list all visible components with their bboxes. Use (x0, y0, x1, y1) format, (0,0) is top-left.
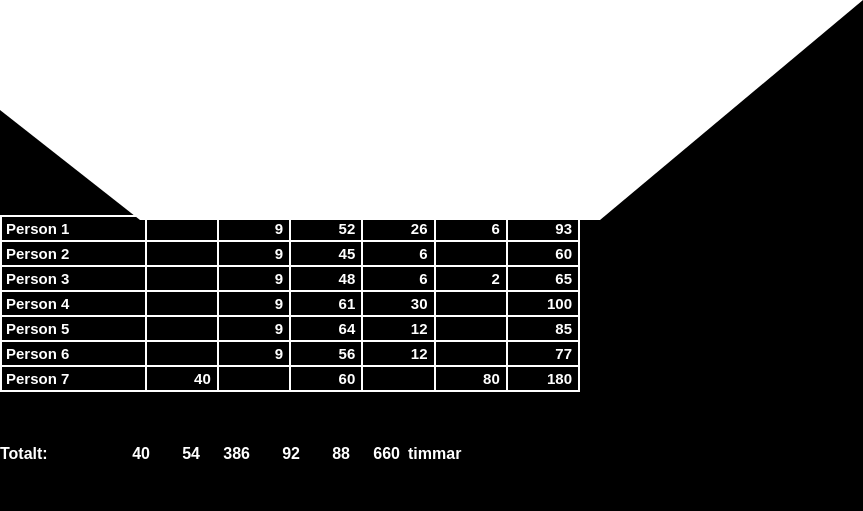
cell-4-3: 64 (290, 316, 362, 341)
cell-6-2 (218, 366, 290, 391)
cell-2-3: 48 (290, 266, 362, 291)
totals-col6: 660 (350, 445, 400, 463)
cell-1-0: Person 2 (1, 241, 146, 266)
cell-1-1 (146, 241, 218, 266)
totals-col1: 40 (100, 445, 150, 463)
cell-3-5 (435, 291, 507, 316)
table-row: Person 195226693 (1, 216, 579, 241)
table-row: Person 69561277 (1, 341, 579, 366)
cell-4-6: 85 (507, 316, 579, 341)
totals-col4: 92 (250, 445, 300, 463)
cell-6-0: Person 7 (1, 366, 146, 391)
cell-4-5 (435, 316, 507, 341)
cell-5-3: 56 (290, 341, 362, 366)
cell-6-5: 80 (435, 366, 507, 391)
cell-6-4 (362, 366, 434, 391)
cell-4-1 (146, 316, 218, 341)
cell-4-4: 12 (362, 316, 434, 341)
totals-unit: timmar (408, 445, 461, 463)
totals-col3: 386 (200, 445, 250, 463)
table-row: Person 39486265 (1, 266, 579, 291)
cell-5-5 (435, 341, 507, 366)
cell-2-0: Person 3 (1, 266, 146, 291)
cell-3-1 (146, 291, 218, 316)
cell-6-3: 60 (290, 366, 362, 391)
cell-6-1: 40 (146, 366, 218, 391)
cell-5-0: Person 6 (1, 341, 146, 366)
cell-0-0: Person 1 (1, 216, 146, 241)
cell-1-4: 6 (362, 241, 434, 266)
cell-0-4: 26 (362, 216, 434, 241)
data-table: Person 195226693Person 2945660Person 394… (0, 215, 580, 392)
cell-3-0: Person 4 (1, 291, 146, 316)
cell-5-6: 77 (507, 341, 579, 366)
totals-col5: 88 (300, 445, 350, 463)
cell-5-1 (146, 341, 218, 366)
cell-5-2: 9 (218, 341, 290, 366)
cell-2-6: 65 (507, 266, 579, 291)
cell-3-3: 61 (290, 291, 362, 316)
svg-marker-0 (0, 0, 863, 220)
cell-1-2: 9 (218, 241, 290, 266)
cell-0-6: 93 (507, 216, 579, 241)
totals-label: Totalt: (0, 445, 100, 463)
table-row: Person 496130100 (1, 291, 579, 316)
diagonal-background (0, 0, 863, 220)
cell-2-1 (146, 266, 218, 291)
cell-1-3: 45 (290, 241, 362, 266)
cell-3-6: 100 (507, 291, 579, 316)
cell-4-0: Person 5 (1, 316, 146, 341)
cell-1-6: 60 (507, 241, 579, 266)
cell-2-4: 6 (362, 266, 434, 291)
totals-row: Totalt: 40 54 386 92 88 660 timmar (0, 445, 461, 463)
totals-col2: 54 (150, 445, 200, 463)
table-row: Person 2945660 (1, 241, 579, 266)
cell-0-3: 52 (290, 216, 362, 241)
cell-3-2: 9 (218, 291, 290, 316)
table-row: Person 59641285 (1, 316, 579, 341)
cell-5-4: 12 (362, 341, 434, 366)
cell-0-5: 6 (435, 216, 507, 241)
table-row: Person 7406080180 (1, 366, 579, 391)
cell-2-2: 9 (218, 266, 290, 291)
cell-2-5: 2 (435, 266, 507, 291)
cell-6-6: 180 (507, 366, 579, 391)
cell-0-2: 9 (218, 216, 290, 241)
cell-4-2: 9 (218, 316, 290, 341)
data-table-container: Person 195226693Person 2945660Person 394… (0, 215, 580, 392)
cell-3-4: 30 (362, 291, 434, 316)
cell-1-5 (435, 241, 507, 266)
cell-0-1 (146, 216, 218, 241)
